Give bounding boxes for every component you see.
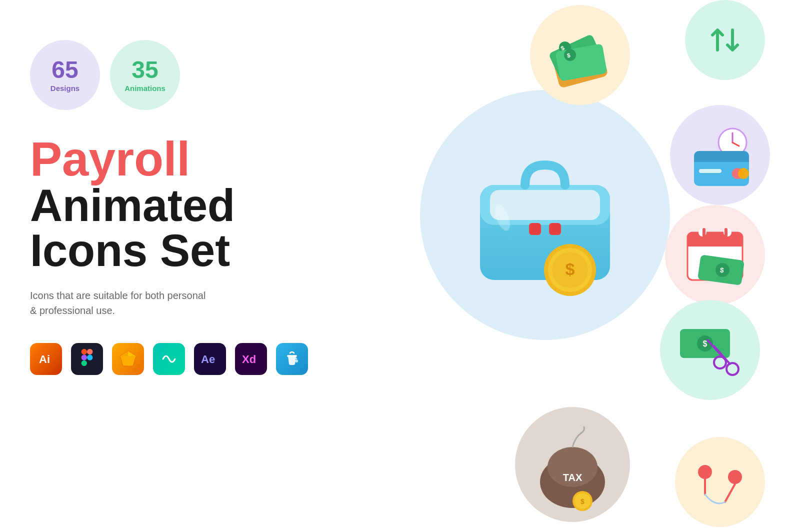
- svg-point-41: [738, 168, 749, 179]
- svg-rect-48: [724, 228, 728, 237]
- tool-figma[interactable]: [71, 343, 103, 375]
- right-panel: $ $ $: [350, 0, 800, 532]
- description-text: Icons that are suitable for both persona…: [30, 288, 310, 318]
- svg-point-56: [726, 363, 738, 375]
- svg-text:TAX: TAX: [563, 472, 582, 483]
- svg-text:$: $: [703, 340, 708, 348]
- svg-line-68: [725, 484, 735, 502]
- creditcard-icon-circle: [670, 105, 770, 205]
- svg-rect-44: [688, 240, 742, 246]
- tool-xd[interactable]: Xd: [235, 343, 267, 375]
- animations-number: 35: [132, 58, 158, 82]
- designs-number: 65: [52, 58, 78, 82]
- title-payroll: Payroll: [30, 135, 310, 183]
- title-icons-set: Icons Set: [30, 228, 310, 273]
- svg-point-67: [728, 470, 742, 484]
- left-panel: 65 Designs 35 Animations Payroll Animate…: [30, 40, 310, 375]
- svg-rect-1: [82, 349, 87, 354]
- main-hero-circle: $: [420, 90, 670, 340]
- tax-bag-icon-circle: TAX $: [515, 407, 630, 522]
- designs-label: Designs: [50, 84, 80, 92]
- calendar-icon-circle: $: [665, 205, 765, 305]
- svg-rect-3: [82, 354, 87, 360]
- svg-rect-39: [699, 169, 722, 173]
- tools-container: Ai: [30, 343, 310, 375]
- svg-rect-2: [87, 349, 92, 354]
- wallet-icon-circle: $ $: [530, 5, 630, 105]
- designs-badge: 65 Designs: [30, 40, 100, 110]
- svg-text:$: $: [566, 260, 575, 278]
- scissors-icon-circle: $: [660, 300, 760, 400]
- tool-sketch[interactable]: [112, 343, 144, 375]
- svg-rect-47: [702, 228, 706, 237]
- briefcase-icon: $: [455, 125, 635, 305]
- tool-lottiefiles[interactable]: [153, 343, 185, 375]
- svg-point-65: [698, 465, 712, 479]
- pins-icon-circle: [675, 437, 765, 527]
- title-animated: Animated: [30, 183, 310, 228]
- tool-iconscout[interactable]: [276, 343, 308, 375]
- svg-text:Ai: Ai: [39, 353, 50, 366]
- tool-aftereffects[interactable]: Ae: [194, 343, 226, 375]
- svg-point-5: [87, 354, 92, 360]
- svg-text:$: $: [580, 498, 584, 506]
- animations-label: Animations: [124, 84, 166, 92]
- svg-rect-12: [287, 355, 297, 357]
- svg-rect-4: [82, 360, 87, 366]
- tool-illustrator[interactable]: Ai: [30, 343, 62, 375]
- animations-badge: 35 Animations: [110, 40, 180, 110]
- svg-text:Ae: Ae: [201, 353, 215, 366]
- arrows-icon-circle: [685, 0, 765, 80]
- svg-point-13: [295, 360, 298, 362]
- badges-container: 65 Designs 35 Animations: [30, 40, 310, 110]
- svg-rect-18: [529, 223, 541, 235]
- svg-text:Xd: Xd: [242, 353, 256, 366]
- svg-rect-38: [694, 157, 749, 162]
- svg-rect-19: [549, 223, 561, 235]
